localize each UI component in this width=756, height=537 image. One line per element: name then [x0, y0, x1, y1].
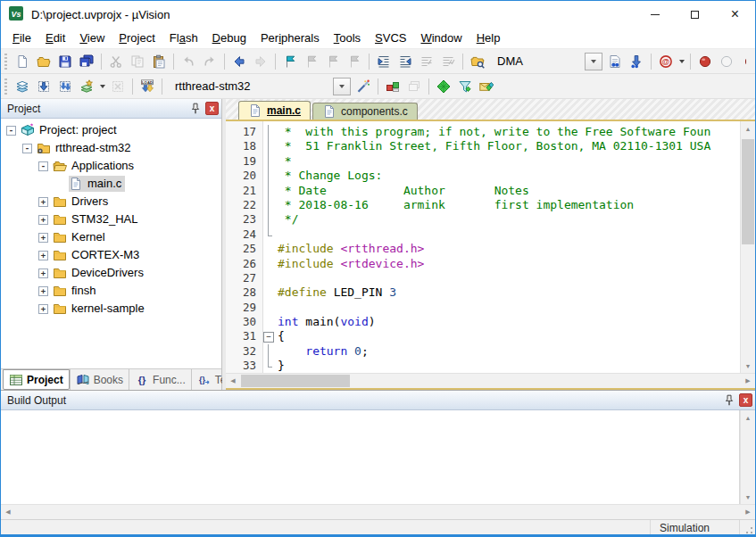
lookup-button[interactable]: @	[655, 51, 677, 71]
paste-button[interactable]	[148, 51, 170, 71]
indent-button[interactable]	[373, 51, 395, 71]
panel-tab-project[interactable]: Project	[3, 369, 70, 390]
new-file-button[interactable]	[12, 51, 33, 71]
line-number: 22	[226, 198, 262, 212]
build-output-content[interactable]	[1, 410, 740, 504]
build-scroll-down-arrow[interactable]: ▼	[741, 490, 755, 504]
code-text: * Date Author Notes	[275, 184, 529, 198]
menu-file[interactable]: File	[5, 29, 38, 47]
translate-file-button[interactable]	[12, 76, 33, 96]
manage-project-items-button[interactable]	[382, 76, 403, 96]
unindent-button[interactable]	[395, 51, 416, 71]
menu-tools[interactable]: Tools	[327, 29, 368, 47]
open-file-button[interactable]	[33, 51, 54, 71]
expand-icon[interactable]: +	[38, 286, 48, 296]
batch-build-dropdown[interactable]	[97, 77, 107, 96]
build-horizontal-scrollbar[interactable]: ◀ ▶	[1, 504, 755, 519]
expand-icon[interactable]: +	[38, 215, 48, 225]
menu-window[interactable]: Window	[413, 29, 469, 47]
batch-build-button[interactable]	[76, 76, 97, 96]
project-panel-close-button[interactable]: x	[205, 102, 219, 115]
select-software-packs-button[interactable]	[454, 76, 476, 96]
minimize-button[interactable]	[635, 1, 675, 28]
close-button[interactable]: ×	[715, 1, 755, 28]
kill-breakpoints-button[interactable]	[743, 51, 747, 71]
build-scroll-up-arrow[interactable]: ▲	[741, 410, 755, 425]
fold-collapse-icon[interactable]	[262, 329, 275, 343]
toolbar-grip[interactable]	[4, 54, 7, 70]
build-vertical-scrollbar[interactable]: ▲ ▼	[740, 410, 755, 504]
tree-item-finsh[interactable]: +finsh	[1, 282, 221, 300]
build-scroll-right-arrow[interactable]: ▶	[741, 505, 755, 519]
code-editor[interactable]: 17 * with this program; if not, write to…	[226, 121, 740, 373]
toolbar-grip[interactable]	[4, 78, 7, 95]
tree-item-kernel[interactable]: +Kernel	[1, 228, 221, 246]
menu-flash[interactable]: Flash	[162, 29, 205, 47]
find-in-files-button[interactable]	[467, 51, 488, 71]
search-combo-dropdown[interactable]	[585, 53, 602, 70]
clear-bookmarks-button	[344, 51, 365, 71]
target-options-button[interactable]	[353, 76, 374, 96]
menu-edit[interactable]: Edit	[38, 29, 72, 47]
toolbar-separator	[378, 78, 378, 95]
expand-icon[interactable]: +	[38, 233, 48, 243]
manage-rte-button[interactable]	[433, 76, 454, 96]
insert-breakpoint-button[interactable]	[694, 51, 716, 71]
target-select-combo-value[interactable]: rtthread-stm32	[168, 77, 333, 96]
tree-item-drivers[interactable]: +Drivers	[1, 193, 221, 211]
expand-icon[interactable]: +	[38, 268, 48, 278]
menu-peripherals[interactable]: Peripherals	[253, 29, 327, 47]
horizontal-scroll-thumb[interactable]	[241, 375, 350, 387]
expand-icon[interactable]: +	[38, 251, 48, 260]
build-output-close-button[interactable]: x	[739, 393, 752, 407]
find-in-files-dialog-button[interactable]	[604, 51, 626, 71]
download-to-flash-button[interactable]: LOAD	[137, 76, 158, 96]
tree-item-project-project[interactable]: -Project: project	[1, 121, 221, 139]
menu-project[interactable]: Project	[112, 29, 162, 47]
build-pin-icon[interactable]	[722, 393, 736, 407]
lookup-dropdown[interactable]	[677, 52, 686, 71]
pin-icon[interactable]	[188, 102, 203, 115]
navigate-back-button[interactable]	[228, 51, 250, 71]
collapse-icon[interactable]: -	[22, 144, 32, 153]
scroll-down-arrow[interactable]: ▼	[741, 359, 755, 373]
vertical-scroll-thumb[interactable]	[742, 139, 754, 244]
scroll-right-arrow[interactable]: ▶	[741, 374, 755, 388]
editor-tab-components-c[interactable]: components.c	[312, 103, 418, 120]
build-button[interactable]	[33, 76, 54, 96]
collapse-icon[interactable]: -	[6, 126, 16, 136]
resize-grip[interactable]	[739, 520, 755, 536]
collapse-icon[interactable]: -	[38, 161, 48, 171]
tree-item-cortex-m3[interactable]: +CORTEX-M3	[1, 246, 221, 264]
maximize-button[interactable]	[675, 1, 715, 28]
pack-installer-button[interactable]	[476, 76, 497, 96]
tree-item-main-c[interactable]: main.c	[1, 175, 221, 193]
scroll-up-arrow[interactable]: ▲	[741, 121, 755, 136]
editor-vertical-scrollbar[interactable]: ▲ ▼	[740, 121, 755, 373]
panel-tab-func[interactable]: {}Func...	[129, 369, 191, 390]
expand-icon[interactable]: +	[38, 197, 48, 207]
panel-tab-books[interactable]: Books	[70, 369, 129, 390]
tree-item-kernel-sample[interactable]: +kernel-sample	[1, 300, 221, 318]
editor-horizontal-scrollbar[interactable]: ◀ ▶	[226, 373, 755, 390]
rebuild-all-button[interactable]	[54, 76, 76, 96]
tree-item-devicedrivers[interactable]: +DeviceDrivers	[1, 264, 221, 282]
incremental-find-button[interactable]	[626, 51, 647, 71]
editor-tab-main-c[interactable]: main.c	[238, 101, 311, 120]
build-scroll-left-arrow[interactable]: ◀	[1, 505, 15, 519]
menu-help[interactable]: Help	[469, 29, 508, 47]
menu-debug[interactable]: Debug	[205, 29, 253, 47]
save-all-button[interactable]	[76, 51, 97, 71]
tree-item-stm32-hal[interactable]: +STM32_HAL	[1, 211, 221, 228]
save-button[interactable]	[54, 51, 76, 71]
search-combo-value[interactable]: DMA	[490, 52, 585, 71]
target-select-combo-dropdown[interactable]	[333, 78, 351, 95]
tree-item-applications[interactable]: -Applications	[1, 157, 221, 175]
menu-view[interactable]: View	[72, 29, 112, 47]
toggle-bookmark-button[interactable]	[279, 51, 301, 71]
scroll-left-arrow[interactable]: ◀	[226, 374, 240, 388]
disable-breakpoint-button[interactable]	[716, 51, 737, 71]
menu-svcs[interactable]: SVCS	[368, 29, 413, 47]
tree-item-rtthread-stm32[interactable]: -rtthread-stm32	[1, 139, 221, 157]
expand-icon[interactable]: +	[38, 304, 48, 314]
